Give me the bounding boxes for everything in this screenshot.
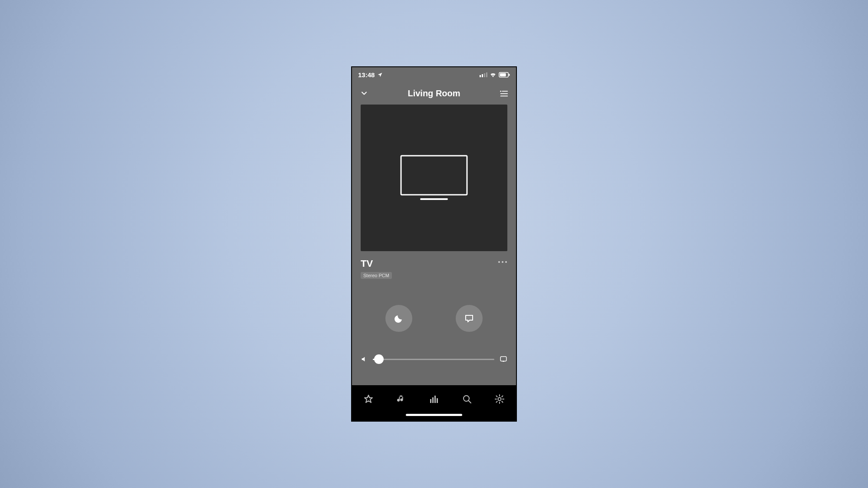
collapse-button[interactable] — [358, 87, 370, 99]
night-mode-button[interactable] — [385, 305, 412, 332]
status-time: 13:48 — [358, 71, 375, 79]
battery-icon — [499, 72, 510, 78]
svg-point-17 — [464, 396, 469, 401]
header: Living Room — [352, 82, 516, 105]
location-arrow-icon — [377, 72, 383, 78]
svg-line-27 — [502, 396, 503, 397]
svg-line-24 — [496, 396, 497, 397]
dialogue-mode-button[interactable] — [456, 305, 483, 332]
audio-format-badge: Stereo PCM — [361, 272, 392, 279]
phone-screen: 13:48 — [351, 66, 517, 422]
svg-rect-7 — [401, 156, 467, 195]
more-options-button[interactable] — [498, 258, 507, 263]
cellular-signal-icon — [480, 72, 487, 77]
source-name: TV — [361, 258, 373, 269]
svg-rect-12 — [500, 357, 506, 361]
volume-thumb[interactable] — [374, 354, 384, 364]
svg-rect-2 — [500, 73, 506, 76]
home-indicator[interactable] — [406, 414, 462, 416]
svg-rect-16 — [437, 398, 438, 403]
tv-icon — [399, 154, 469, 202]
output-picker-button[interactable] — [500, 355, 507, 363]
queue-button[interactable] — [498, 87, 510, 99]
tab-settings[interactable] — [491, 394, 508, 404]
svg-point-19 — [498, 398, 501, 401]
svg-point-9 — [498, 261, 500, 263]
svg-point-3 — [500, 91, 501, 92]
svg-rect-14 — [432, 397, 434, 403]
moon-icon — [394, 313, 404, 324]
svg-line-26 — [496, 401, 497, 402]
svg-point-11 — [505, 261, 507, 263]
volume-icon — [361, 356, 368, 363]
svg-rect-13 — [430, 399, 431, 403]
volume-slider[interactable] — [373, 353, 494, 366]
tab-bar — [352, 385, 516, 411]
now-playing-art — [361, 105, 507, 251]
status-bar: 13:48 — [352, 67, 516, 82]
speech-bubble-icon — [464, 313, 474, 324]
svg-line-18 — [469, 401, 471, 403]
wifi-icon — [490, 72, 496, 77]
tab-music[interactable] — [392, 394, 410, 404]
svg-rect-15 — [434, 396, 436, 403]
tab-favorites[interactable] — [360, 394, 377, 404]
svg-rect-1 — [509, 74, 510, 76]
svg-point-10 — [502, 261, 503, 263]
home-indicator-area — [352, 411, 516, 421]
room-title: Living Room — [408, 88, 460, 98]
svg-line-25 — [502, 401, 503, 402]
tab-search[interactable] — [458, 394, 476, 404]
tab-rooms[interactable] — [425, 394, 443, 404]
